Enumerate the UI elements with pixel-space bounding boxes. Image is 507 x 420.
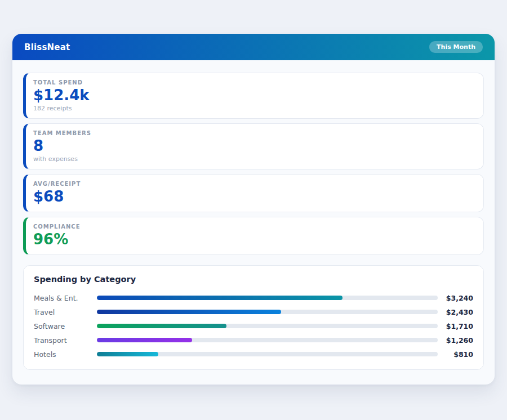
bar-track (97, 352, 438, 356)
bar-track (97, 338, 438, 342)
dashboard-content: TOTAL SPEND $12.4k 182 receipts TEAM MEM… (12, 60, 495, 370)
stat-card: AVG/RECEIPT $68 (23, 174, 484, 212)
bar-fill (97, 352, 158, 356)
stat-subtext: 182 receipts (33, 105, 474, 112)
chart-title: Spending by Category (34, 275, 473, 284)
chart-rows: Meals & Ent. $3,240 Travel $2,430 Softwa… (34, 291, 473, 361)
category-label: Transport (34, 336, 97, 345)
chart-row: Meals & Ent. $3,240 (34, 291, 473, 305)
stat-card: TOTAL SPEND $12.4k 182 receipts (23, 73, 484, 119)
period-badge[interactable]: This Month (429, 41, 483, 53)
bar-fill (97, 324, 226, 328)
bar-track (97, 310, 438, 314)
app-title: BlissNeat (24, 42, 70, 52)
category-value: $1,260 (443, 336, 473, 345)
bar-track (97, 296, 438, 300)
stats-list: TOTAL SPEND $12.4k 182 receipts TEAM MEM… (23, 73, 484, 255)
stat-label: COMPLIANCE (33, 224, 474, 230)
chart-row: Software $1,710 (34, 319, 473, 333)
chart-row: Travel $2,430 (34, 305, 473, 319)
dashboard-panel: BlissNeat This Month TOTAL SPEND $12.4k … (12, 34, 495, 385)
app-header: BlissNeat This Month (12, 34, 495, 60)
category-value: $1,710 (443, 322, 473, 330)
stat-value: $12.4k (33, 87, 474, 104)
chart-row: Hotels $810 (34, 347, 473, 361)
category-value: $2,430 (443, 308, 473, 316)
bar-fill (97, 296, 343, 300)
stat-value: 8 (33, 138, 474, 155)
stat-subtext: with expenses (33, 155, 474, 163)
bar-fill (97, 310, 281, 314)
stat-label: AVG/RECEIPT (33, 181, 474, 187)
stat-card: TEAM MEMBERS 8 with expenses (23, 123, 484, 169)
category-label: Travel (34, 308, 97, 316)
bar-track (97, 324, 438, 328)
stat-value: 96% (33, 231, 474, 248)
category-value: $3,240 (443, 294, 473, 302)
category-value: $810 (443, 350, 473, 359)
stat-label: TEAM MEMBERS (33, 130, 474, 136)
category-label: Meals & Ent. (34, 294, 97, 302)
stat-card: COMPLIANCE 96% (23, 217, 484, 255)
spending-chart-card: Spending by Category Meals & Ent. $3,240… (23, 265, 484, 370)
category-label: Software (34, 322, 97, 330)
stat-value: $68 (33, 189, 474, 205)
category-label: Hotels (34, 350, 97, 359)
bar-fill (97, 338, 192, 342)
stat-label: TOTAL SPEND (33, 79, 474, 86)
chart-row: Transport $1,260 (34, 333, 473, 347)
